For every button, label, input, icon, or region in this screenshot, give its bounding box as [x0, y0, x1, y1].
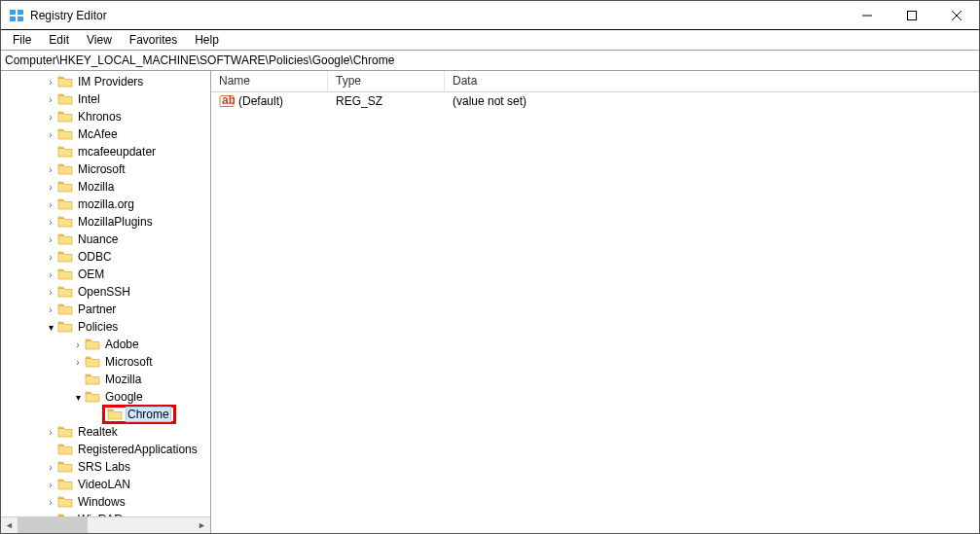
tree-node-label[interactable]: mozilla.org [76, 197, 136, 211]
chevron-right-icon[interactable]: › [44, 217, 57, 228]
chevron-right-icon[interactable]: › [44, 129, 57, 140]
tree-node[interactable]: ›SRS Labs [1, 458, 210, 476]
values-body[interactable]: ab(Default)REG_SZ(value not set) [211, 92, 979, 533]
tree-node[interactable]: ›Microsoft [1, 160, 210, 178]
values-header[interactable]: Name Type Data [211, 71, 979, 92]
tree-node[interactable]: ›IM Providers [1, 73, 210, 90]
tree-node-label[interactable]: MozillaPlugins [76, 215, 155, 229]
tree-node[interactable]: ▾Policies [1, 318, 210, 336]
folder-icon [107, 408, 123, 421]
tree-node[interactable]: ▾Google [1, 388, 210, 406]
chevron-right-icon[interactable]: › [44, 112, 57, 123]
chevron-right-icon[interactable]: › [44, 234, 57, 245]
tree-node[interactable]: ›Khronos [1, 108, 210, 125]
menu-favorites[interactable]: Favorites [122, 32, 185, 48]
tree-node-label[interactable]: McAfee [76, 127, 120, 141]
tree-node[interactable]: ›OpenSSH [1, 283, 210, 301]
close-button[interactable] [934, 1, 979, 30]
tree-node-label[interactable]: Windows [76, 495, 127, 509]
tree-node-label[interactable]: Nuance [76, 232, 120, 246]
tree-node-label[interactable]: Google [103, 390, 145, 404]
folder-icon [57, 250, 73, 264]
chevron-right-icon[interactable]: › [44, 480, 57, 490]
tree-node[interactable]: ›VideoLAN [1, 476, 210, 493]
chevron-right-icon[interactable]: › [44, 304, 57, 315]
chevron-right-icon[interactable]: › [44, 462, 57, 473]
tree-node-label[interactable]: Chrome [126, 407, 171, 422]
address-bar[interactable]: Computer\HKEY_LOCAL_MACHINE\SOFTWARE\Pol… [1, 50, 979, 71]
tree-node[interactable]: ›Intel [1, 90, 210, 108]
tree-node[interactable]: RegisteredApplications [1, 441, 210, 458]
tree-node[interactable]: Mozilla [1, 371, 210, 388]
menu-file[interactable]: File [5, 32, 39, 48]
maximize-button[interactable] [889, 1, 934, 30]
tree-node[interactable]: ›OEM [1, 266, 210, 283]
tree-node[interactable]: ›Microsoft [1, 353, 210, 371]
tree-node[interactable]: ›McAfee [1, 125, 210, 143]
chevron-right-icon[interactable]: › [44, 252, 57, 263]
tree-node-label[interactable]: OpenSSH [76, 285, 132, 299]
tree-node[interactable]: ›Partner [1, 301, 210, 318]
tree-node-label[interactable]: Policies [76, 320, 120, 334]
menu-edit[interactable]: Edit [41, 32, 77, 48]
tree-node[interactable]: mcafeeupdater [1, 143, 210, 160]
tree-node-label[interactable]: OEM [76, 267, 106, 281]
tree-node-label[interactable]: Adobe [103, 338, 141, 351]
chevron-right-icon[interactable]: › [44, 287, 57, 298]
column-name[interactable]: Name [211, 71, 328, 91]
chevron-right-icon[interactable]: › [44, 427, 57, 438]
tree-node[interactable]: ›MozillaPlugins [1, 213, 210, 231]
values-pane: Name Type Data ab(Default)REG_SZ(value n… [211, 71, 979, 533]
scroll-left-arrow[interactable]: ◄ [1, 517, 18, 534]
tree-node-label[interactable]: Mozilla [76, 180, 116, 194]
tree-horizontal-scrollbar[interactable]: ◄ ► [1, 516, 210, 533]
minimize-button[interactable] [845, 1, 889, 30]
scroll-right-arrow[interactable]: ► [194, 517, 210, 534]
scroll-thumb[interactable] [18, 517, 88, 534]
tree-node[interactable]: ›Windows [1, 493, 210, 511]
tree-node-label[interactable]: SRS Labs [76, 460, 132, 474]
chevron-right-icon[interactable]: › [71, 357, 85, 368]
chevron-right-icon[interactable]: › [44, 269, 57, 280]
tree-node-label[interactable]: VideoLAN [76, 478, 132, 491]
tree-node[interactable]: ›Realtek [1, 423, 210, 441]
chevron-right-icon[interactable]: › [44, 164, 57, 175]
chevron-right-icon[interactable]: › [44, 94, 57, 105]
chevron-right-icon[interactable]: › [44, 199, 57, 210]
content-area: ›IM Providers›Intel›Khronos›McAfeemcafee… [1, 71, 979, 533]
scroll-track[interactable] [18, 517, 194, 534]
tree-node-label[interactable]: mcafeeupdater [76, 145, 158, 159]
tree-node-label[interactable]: Intel [76, 92, 102, 106]
tree-node[interactable]: ›ODBC [1, 248, 210, 266]
value-row[interactable]: ab(Default)REG_SZ(value not set) [211, 92, 979, 110]
tree-node-label[interactable]: Mozilla [103, 373, 143, 386]
tree-node-label[interactable]: Khronos [76, 110, 124, 124]
menu-view[interactable]: View [79, 32, 120, 48]
tree[interactable]: ›IM Providers›Intel›Khronos›McAfeemcafee… [1, 71, 210, 516]
menu-help[interactable]: Help [187, 32, 227, 48]
tree-node-label[interactable]: Partner [76, 303, 118, 316]
titlebar[interactable]: Registry Editor [1, 1, 979, 30]
chevron-right-icon[interactable]: › [44, 182, 57, 193]
folder-icon [57, 75, 73, 89]
tree-node-label[interactable]: RegisteredApplications [76, 443, 200, 456]
chevron-right-icon[interactable]: › [71, 339, 85, 350]
column-data[interactable]: Data [445, 71, 979, 91]
tree-node[interactable]: Chrome [1, 406, 210, 423]
folder-icon [57, 425, 73, 439]
tree-node[interactable]: ›Nuance [1, 231, 210, 248]
chevron-down-icon[interactable]: ▾ [44, 322, 57, 333]
tree-node-label[interactable]: Microsoft [103, 355, 155, 369]
tree-node[interactable]: ›Adobe [1, 336, 210, 353]
tree-node-label[interactable]: ODBC [76, 250, 114, 264]
chevron-down-icon[interactable]: ▾ [71, 392, 85, 403]
chevron-right-icon[interactable]: › [44, 497, 57, 508]
column-type[interactable]: Type [328, 71, 445, 91]
tree-node[interactable]: ›Mozilla [1, 178, 210, 196]
tree-node-label[interactable]: Realtek [76, 425, 120, 439]
tree-node-label[interactable]: Microsoft [76, 162, 127, 176]
tree-node[interactable]: ›mozilla.org [1, 196, 210, 213]
tree-node-label[interactable]: IM Providers [76, 75, 145, 89]
folder-icon [57, 197, 73, 211]
chevron-right-icon[interactable]: › [44, 77, 57, 88]
